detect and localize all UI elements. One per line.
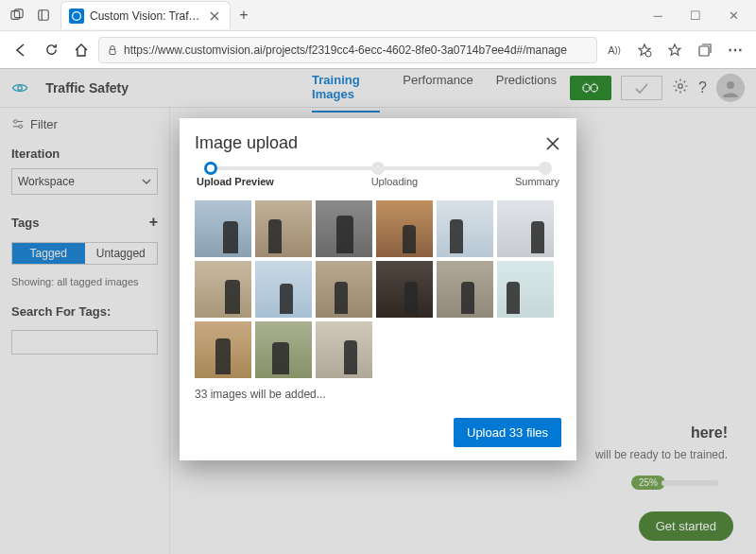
- tab-close-icon[interactable]: [207, 9, 222, 24]
- image-upload-modal: Image upload Upload Preview Uploading Su…: [180, 118, 576, 460]
- collections-icon[interactable]: [692, 37, 718, 63]
- new-tab-icon[interactable]: +: [231, 2, 257, 28]
- added-count-text: 33 images will be added...: [195, 388, 561, 401]
- step-2-label: Uploading: [371, 176, 419, 187]
- minimize-icon[interactable]: ─: [643, 9, 673, 23]
- star-settings-icon[interactable]: [631, 37, 658, 63]
- url-bar[interactable]: https://www.customvision.ai/projects/f23…: [98, 37, 597, 63]
- close-window-icon[interactable]: ✕: [718, 9, 748, 23]
- thumbnail[interactable]: [195, 321, 251, 378]
- thumbnail[interactable]: [437, 261, 493, 318]
- step-3-label: Summary: [515, 176, 559, 187]
- svg-point-6: [645, 51, 651, 57]
- step-2-dot: [371, 162, 385, 175]
- browser-chrome: Custom Vision: Traffic Safety - Tr + ─ ☐…: [0, 0, 756, 69]
- vertical-tabs-icon[interactable]: [30, 2, 57, 28]
- thumbnail[interactable]: [497, 200, 554, 257]
- tab-actions-icon[interactable]: [4, 2, 30, 28]
- step-3-dot: [539, 162, 552, 175]
- thumbnail[interactable]: [255, 321, 312, 378]
- step-1-dot: [204, 162, 217, 175]
- thumbnail[interactable]: [497, 261, 554, 318]
- thumbnail[interactable]: [195, 261, 251, 318]
- lock-icon: [107, 44, 118, 56]
- refresh-icon[interactable]: [38, 37, 64, 63]
- tab-title: Custom Vision: Traffic Safety - Tr: [90, 9, 201, 23]
- thumbnail[interactable]: [316, 321, 372, 378]
- svg-rect-7: [699, 46, 709, 56]
- thumbnail[interactable]: [195, 200, 251, 257]
- thumbnail-grid: [195, 200, 561, 378]
- thumbnail[interactable]: [376, 261, 433, 318]
- read-aloud-icon[interactable]: A)): [601, 37, 627, 63]
- thumbnail[interactable]: [437, 200, 493, 257]
- step-1-label: Upload Preview: [197, 176, 274, 187]
- thumbnail[interactable]: [255, 261, 312, 318]
- favorites-icon[interactable]: [662, 37, 688, 63]
- upload-stepper: [204, 166, 552, 170]
- window-controls: ─ ☐ ✕: [643, 9, 752, 23]
- menu-icon[interactable]: ⋯: [722, 37, 748, 63]
- upload-files-button[interactable]: Upload 33 files: [454, 418, 561, 447]
- modal-close-icon[interactable]: [544, 135, 561, 152]
- browser-tab[interactable]: Custom Vision: Traffic Safety - Tr: [60, 1, 231, 29]
- back-icon[interactable]: [8, 37, 34, 63]
- favicon-icon: [69, 9, 84, 24]
- home-icon[interactable]: [68, 37, 94, 63]
- maximize-icon[interactable]: ☐: [680, 9, 711, 23]
- thumbnail[interactable]: [316, 200, 372, 257]
- thumbnail[interactable]: [255, 200, 312, 257]
- svg-rect-5: [110, 49, 115, 54]
- tab-row: Custom Vision: Traffic Safety - Tr + ─ ☐…: [0, 0, 756, 30]
- url-text: https://www.customvision.ai/projects/f23…: [124, 43, 589, 57]
- modal-title: Image upload: [195, 133, 298, 153]
- svg-rect-2: [39, 10, 49, 21]
- thumbnail[interactable]: [316, 261, 372, 318]
- thumbnail[interactable]: [376, 200, 433, 257]
- svg-point-4: [73, 11, 81, 20]
